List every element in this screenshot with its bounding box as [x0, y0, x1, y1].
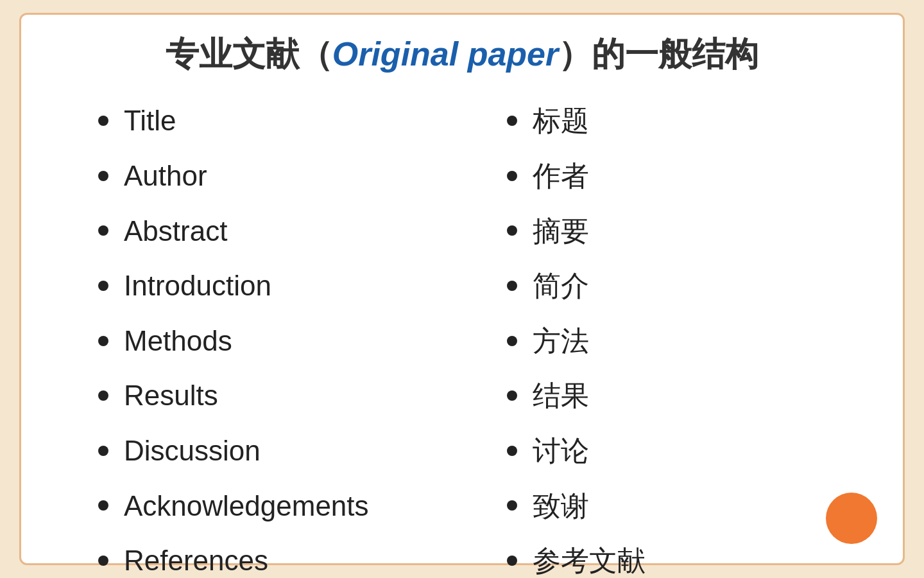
list-item: Title	[98, 93, 456, 148]
list-item: References	[98, 533, 456, 578]
bullet-icon	[98, 500, 108, 511]
bullet-icon	[507, 556, 517, 566]
bullet-icon	[98, 556, 108, 566]
list-item: Author	[98, 148, 456, 204]
item-text: 简介	[533, 266, 589, 306]
item-text: 作者	[533, 156, 589, 196]
item-text: 致谢	[533, 486, 589, 526]
right-column: 标题 作者 摘要 简介 方法 结果	[456, 93, 864, 578]
item-text: Discussion	[124, 431, 261, 471]
title-suffix: ）的一般结构	[558, 35, 758, 73]
bullet-icon	[507, 116, 517, 126]
item-text: Author	[124, 156, 207, 196]
list-item: 参考文献	[507, 533, 864, 578]
item-text: Introduction	[124, 266, 271, 306]
bullet-icon	[98, 281, 108, 291]
list-item: 结果	[507, 368, 864, 423]
item-text: 方法	[533, 321, 589, 361]
item-text: Abstract	[124, 211, 227, 251]
item-text: Title	[124, 101, 176, 141]
title-prefix: 专业文献（	[166, 35, 332, 73]
list-item: 标题	[507, 93, 864, 148]
bullet-icon	[507, 390, 517, 401]
item-text: Acknowledgements	[124, 486, 369, 526]
bullet-icon	[98, 446, 108, 456]
bullet-icon	[507, 336, 517, 346]
list-item: Results	[98, 368, 456, 423]
list-item: 方法	[507, 313, 864, 369]
item-text: 摘要	[533, 211, 589, 251]
bullet-icon	[98, 171, 108, 181]
bullet-icon	[507, 171, 517, 181]
bullet-icon	[98, 225, 108, 236]
list-item: Abstract	[98, 204, 456, 259]
orange-circle-decoration	[826, 493, 877, 544]
item-text: 参考文献	[533, 541, 646, 578]
item-text: 标题	[533, 101, 589, 141]
item-text: 结果	[533, 376, 589, 416]
bullet-icon	[98, 116, 108, 126]
content-area: Title Author Abstract Introduction Metho…	[60, 93, 864, 578]
bullet-icon	[507, 225, 517, 236]
list-item: 讨论	[507, 423, 864, 478]
list-item: 致谢	[507, 478, 864, 534]
bullet-icon	[98, 336, 108, 346]
item-text: 讨论	[533, 431, 589, 471]
slide-container: 专业文献（Original paper）的一般结构 Title Author A…	[19, 13, 905, 565]
bullet-icon	[507, 446, 517, 456]
list-item: 简介	[507, 258, 864, 313]
item-text: References	[124, 541, 268, 578]
title-english: Original paper	[332, 35, 559, 73]
bullet-icon	[507, 281, 517, 291]
item-text: Methods	[124, 321, 232, 361]
list-item: Introduction	[98, 258, 456, 313]
slide-title: 专业文献（Original paper）的一般结构	[60, 28, 864, 74]
bullet-icon	[98, 390, 108, 401]
list-item: Discussion	[98, 423, 456, 478]
list-item: Acknowledgements	[98, 478, 456, 534]
list-item: 摘要	[507, 204, 864, 259]
list-item: Methods	[98, 313, 456, 369]
list-item: 作者	[507, 148, 864, 204]
bullet-icon	[507, 500, 517, 511]
left-column: Title Author Abstract Introduction Metho…	[60, 93, 456, 578]
item-text: Results	[124, 376, 218, 416]
